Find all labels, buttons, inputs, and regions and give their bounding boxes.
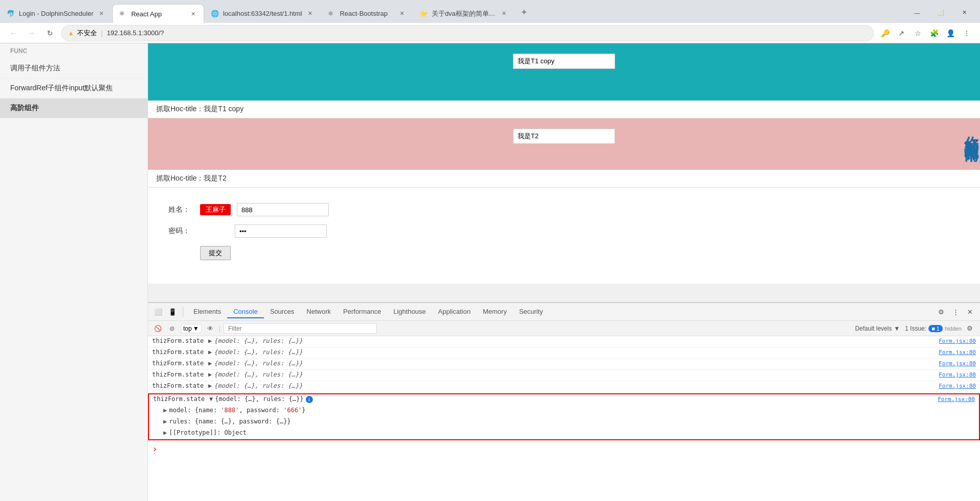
t2-hoc-title: 抓取Hoc-title：我是T2 <box>148 169 980 188</box>
info-icon: i <box>306 396 313 403</box>
tab-localhost[interactable]: 🌐 localhost:63342/test/1.html ✕ <box>204 4 321 23</box>
console-arrow-3[interactable]: ▶ <box>208 360 212 367</box>
tab-title-localhost: localhost:63342/test/1.html <box>223 10 302 17</box>
close-button[interactable]: ✕ <box>952 5 976 21</box>
tab-dva[interactable]: ⭐ 关于dva框架的简单操作以及d ✕ <box>413 4 515 23</box>
devtools-tabs: Elements Console Sources Network Perform… <box>187 306 933 318</box>
devtools-tab-sources[interactable]: Sources <box>264 306 301 318</box>
console-value-1: {model: {…}, rules: {…}} <box>214 337 302 344</box>
console-link-expanded[interactable]: Form.jsx:80 <box>938 396 975 403</box>
console-link-5[interactable]: Form.jsx:80 <box>939 383 976 389</box>
console-link-2[interactable]: Form.jsx:80 <box>939 349 976 356</box>
tab-react-app[interactable]: ⚛ React App ✕ <box>112 4 204 23</box>
password-input[interactable] <box>235 224 327 238</box>
submit-button[interactable]: 提交 <box>200 246 231 260</box>
console-caret-icon: › <box>152 443 158 454</box>
console-settings-icon[interactable]: ⚙ <box>964 322 976 335</box>
back-button[interactable]: ← <box>6 26 20 40</box>
extensions-icon[interactable]: 🧩 <box>927 26 941 40</box>
tab-close-dva[interactable]: ✕ <box>500 10 508 18</box>
url-text: 192.168.5.1:3000/? <box>107 29 867 37</box>
console-context-dropdown[interactable]: top ▼ <box>181 324 202 333</box>
console-eye-button[interactable]: 👁 <box>205 323 216 334</box>
devtools-device-button[interactable]: 📱 <box>166 306 179 318</box>
tab-close-react-app[interactable]: ✕ <box>189 10 198 18</box>
tab-favicon-dolphin: 🐬 <box>7 10 15 18</box>
url-bar[interactable]: ▲ 不安全 | 192.168.5.1:3000/? <box>61 25 874 41</box>
console-key-4: thizForm.state <box>152 371 208 378</box>
minimize-button[interactable]: — <box>905 5 929 21</box>
devtools-tab-security[interactable]: Security <box>513 306 549 318</box>
console-filter-toggle[interactable]: ⊘ <box>166 323 178 334</box>
devtools-panel: ⬜ 📱 Elements Console Sources Network Per… <box>148 302 980 501</box>
console-output: thizForm.state ▶ {model: {…}, rules: {…}… <box>148 336 980 501</box>
share-icon[interactable]: ↗ <box>894 26 909 40</box>
console-bottom-indicator: › <box>148 441 980 456</box>
tab-title-dva: 关于dva框架的简单操作以及d <box>432 9 496 18</box>
devtools-close-icon[interactable]: ✕ <box>964 306 976 318</box>
browser-window: 🐬 Login - DolphinScheduler ✕ ⚛ React App… <box>0 0 980 501</box>
devtools-more-icon[interactable]: ⋮ <box>949 306 962 318</box>
browser-content: FUNC 调用子组件方法 ForwardRef子组件input默认聚焦 高阶组件… <box>0 43 980 501</box>
tab-close-bootstrap[interactable]: ✕ <box>398 10 406 18</box>
t1-input[interactable] <box>513 54 615 69</box>
devtools-tab-network[interactable]: Network <box>301 306 337 318</box>
devtools-tab-console[interactable]: Console <box>227 306 264 318</box>
console-arrow-5[interactable]: ▶ <box>208 382 212 389</box>
menu-icon[interactable]: ⋮ <box>960 26 974 40</box>
issue-badge: ■ 1 <box>928 325 943 332</box>
reload-button[interactable]: ↻ <box>43 26 57 40</box>
hidden-label: hidden <box>945 325 962 332</box>
devtools-sep <box>183 307 183 317</box>
console-link-4[interactable]: Form.jsx:80 <box>939 371 976 378</box>
model-arrow[interactable]: ▶ <box>163 407 167 414</box>
console-key-1: thizForm.state <box>152 337 208 344</box>
devtools-tab-performance[interactable]: Performance <box>337 306 387 318</box>
devtools-tab-application[interactable]: Application <box>432 306 477 318</box>
tab-favicon-bootstrap: ⚛ <box>328 10 336 18</box>
cast-icon[interactable]: 🔑 <box>878 26 892 40</box>
devtools-settings-icon[interactable]: ⚙ <box>935 306 947 318</box>
devtools-tab-memory[interactable]: Memory <box>477 306 513 318</box>
console-arrow-2[interactable]: ▶ <box>208 348 212 356</box>
devtools-inspect-button[interactable]: ⬜ <box>152 306 164 318</box>
prototype-arrow[interactable]: ▶ <box>163 429 167 436</box>
tab-favicon-dva: ⭐ <box>420 10 428 18</box>
sidebar-item-hoc[interactable]: 高阶组件 <box>0 98 148 118</box>
console-row-3: thizForm.state ▶ {model: {…}, rules: {…}… <box>148 359 980 370</box>
forward-button[interactable]: → <box>24 26 39 40</box>
t2-input[interactable] <box>513 129 615 144</box>
tab-title-dolphin: Login - DolphinScheduler <box>19 10 93 17</box>
sidebar-section-title: FUNC <box>0 43 148 59</box>
console-child-prototype: ▶ [[Prototype]]: Object <box>159 428 979 439</box>
console-arrow-1[interactable]: ▶ <box>208 337 212 344</box>
sidebar-item-call-child[interactable]: 调用子组件方法 <box>0 59 148 79</box>
console-levels-dropdown[interactable]: Default levels ▼ <box>852 324 903 333</box>
tab-dolphin[interactable]: 🐬 Login - DolphinScheduler ✕ <box>0 4 112 23</box>
page-content: 抓取Hoc-title：我是T1 copy 抓取Hoc-title：我是T2 姓… <box>148 43 980 302</box>
console-arrow-4[interactable]: ▶ <box>208 371 212 378</box>
profile-icon[interactable]: 👤 <box>943 26 958 40</box>
devtools-tab-elements[interactable]: Elements <box>187 306 227 318</box>
console-link-3[interactable]: Form.jsx:80 <box>939 360 976 367</box>
console-row-4: thizForm.state ▶ {model: {…}, rules: {…}… <box>148 370 980 381</box>
sidebar-item-forwardref[interactable]: ForwardRef子组件input默认聚焦 <box>0 79 148 98</box>
name-input[interactable] <box>237 203 329 216</box>
console-link-1[interactable]: Form.jsx:80 <box>939 338 976 344</box>
console-clear-button[interactable]: 🚫 <box>152 323 163 334</box>
bookmark-icon[interactable]: ☆ <box>911 26 925 40</box>
rules-arrow[interactable]: ▶ <box>163 418 167 425</box>
console-row-5: thizForm.state ▶ {model: {…}, rules: {…}… <box>148 381 980 392</box>
console-filter-input[interactable] <box>224 323 377 334</box>
tab-close-localhost[interactable]: ✕ <box>306 10 314 18</box>
maximize-button[interactable]: ⬜ <box>929 5 952 21</box>
levels-label: Default levels <box>855 325 892 332</box>
model-prop: model: {name: '888', password: '666'} <box>169 407 305 414</box>
t1-hoc-title: 抓取Hoc-title：我是T1 copy <box>148 99 980 118</box>
tab-bootstrap[interactable]: ⚛ React-Bootstrap ✕ <box>321 4 413 23</box>
devtools-tab-lighthouse[interactable]: Lighthouse <box>387 306 432 318</box>
tab-close-dolphin[interactable]: ✕ <box>97 10 106 18</box>
console-arrow-expanded[interactable]: ▼ <box>209 395 213 403</box>
new-tab-button[interactable]: + <box>517 6 531 20</box>
window-controls: — ⬜ ✕ <box>905 5 980 21</box>
